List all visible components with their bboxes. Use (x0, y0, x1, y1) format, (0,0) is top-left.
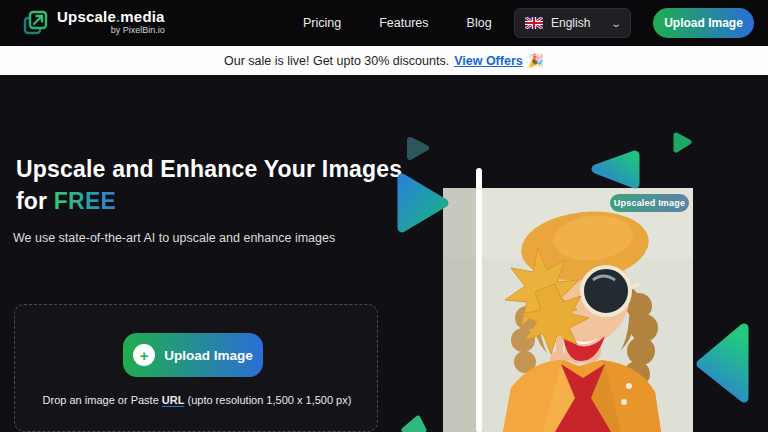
logo-subtitle: by PixelBin.io (111, 25, 165, 36)
paste-url-link[interactable]: URL (162, 394, 185, 406)
drop-instructions: Drop an image or Paste URL (upto resolut… (42, 389, 352, 411)
upscale-media-landing-page: Upscale.media by PixelBin.io Pricing Fea… (0, 0, 768, 432)
comparison-slider-handle[interactable] (476, 168, 482, 432)
drop-zone[interactable]: + Upload Image Drop an image or Paste UR… (14, 304, 378, 432)
view-offers-link[interactable]: View Offers (454, 54, 523, 68)
announcement-text: Our sale is live! Get upto 30% discounts… (224, 54, 449, 68)
nav-features[interactable]: Features (379, 16, 428, 30)
before-image-strip (443, 188, 477, 432)
header: Upscale.media by PixelBin.io Pricing Fea… (0, 0, 768, 46)
hero-upload-image-button[interactable]: + Upload Image (123, 333, 263, 377)
free-highlight: FREE (54, 188, 116, 214)
chevron-down-icon: ⌄ (610, 18, 622, 29)
upscaled-image-badge: Upscaled Image (610, 194, 689, 212)
nav-blog[interactable]: Blog (467, 16, 492, 30)
logo-title: Upscale.media (57, 8, 165, 25)
main-nav: Pricing Features Blog (303, 0, 492, 46)
hero-subtitle: We use state-of-the-art AI to upscale an… (13, 231, 335, 245)
uk-flag-icon (525, 17, 543, 29)
logo[interactable]: Upscale.media by PixelBin.io (22, 8, 165, 37)
nav-pricing[interactable]: Pricing (303, 16, 341, 30)
announcement-bar: Our sale is live! Get upto 30% discounts… (0, 46, 768, 75)
plus-icon: + (133, 344, 155, 366)
party-popper-emoji: 🎉 (528, 53, 544, 68)
header-upload-image-button[interactable]: Upload Image (653, 8, 754, 38)
hero-heading: Upscale and Enhance Your Images for FREE (16, 153, 416, 217)
language-label: English (551, 16, 612, 30)
language-selector[interactable]: English ⌄ (514, 8, 631, 38)
hero-upload-label: Upload Image (164, 348, 253, 363)
upscale-logo-icon (22, 9, 50, 37)
